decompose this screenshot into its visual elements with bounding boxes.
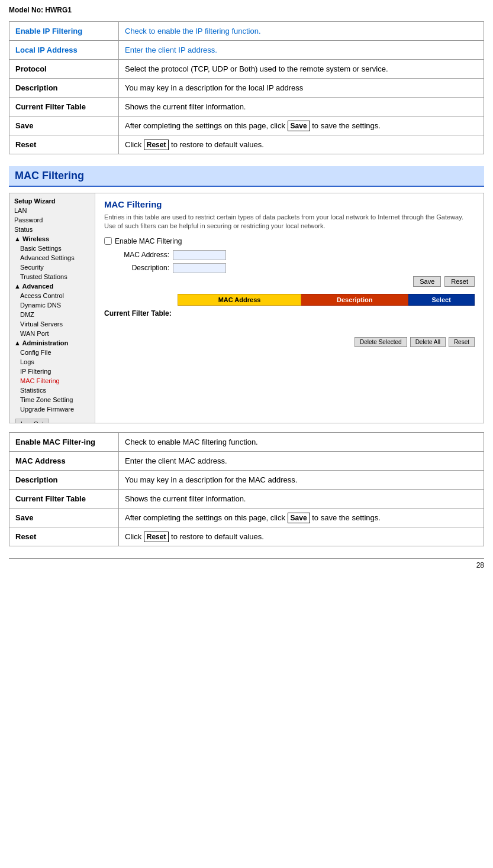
ip-table-label: Description (9, 79, 119, 98)
mac-table-content: After completing the settings on this pa… (119, 509, 484, 527)
filter-table-area: Current Filter Table: MAC Address Descri… (104, 294, 475, 348)
mac-table-content: Shows the current filter information. (119, 490, 484, 509)
sidebar-item[interactable]: WAN Port (9, 329, 95, 338)
sidebar-item[interactable]: ▲ Advanced (9, 281, 95, 291)
sidebar-item[interactable]: Security (9, 263, 95, 272)
sidebar-item[interactable]: MAC Filtering (9, 376, 95, 386)
sidebar-item[interactable]: Setup Wizard (9, 196, 95, 206)
ip-table-content: Select the protocol (TCP, UDP or Both) u… (119, 60, 484, 79)
sidebar-item[interactable]: Advanced Settings (9, 253, 95, 263)
ip-table-content: Check to enable the IP filtering functio… (119, 22, 484, 41)
ip-table-label: Protocol (9, 60, 119, 79)
mac-table-label: Reset (9, 527, 119, 546)
mac-info-table: Enable MAC Filter-ingCheck to enable MAC… (9, 432, 484, 546)
mac-table-content: You may key in a description for the MAC… (119, 471, 484, 490)
save-button[interactable]: Save (413, 276, 441, 287)
description-input[interactable] (173, 263, 226, 273)
model-number: Model No: HWRG1 (9, 6, 484, 14)
main-panel: MAC Filtering Entries in this table are … (95, 193, 484, 423)
mac-table-label: Description (9, 471, 119, 490)
mac-col-header: MAC Address (178, 294, 301, 305)
mac-table-label: Enable MAC Filter-ing (9, 433, 119, 452)
ip-table-label: Save (9, 116, 119, 135)
enable-mac-filtering-checkbox[interactable] (104, 237, 112, 245)
sidebar: Setup WizardLANPasswordStatus▲ WirelessB… (9, 193, 95, 423)
ip-table-content: Click Reset to restore to default values… (119, 135, 484, 154)
sidebar-item[interactable]: Upgrade Firmware (9, 404, 95, 414)
reset-table-button[interactable]: Reset (449, 337, 475, 347)
mac-filtering-section-header: MAC Filtering (9, 166, 484, 187)
ip-table-label: Reset (9, 135, 119, 154)
panel-title: MAC Filtering (104, 199, 475, 209)
sidebar-item[interactable]: Access Control (9, 291, 95, 300)
desc-col-header: Description (301, 294, 408, 305)
sidebar-item[interactable]: DMZ (9, 310, 95, 319)
sel-col-header: Select (408, 294, 475, 305)
filter-table-label: Current Filter Table: (104, 309, 172, 318)
mac-table-label: Current Filter Table (9, 490, 119, 509)
mac-filtering-screenshot: Setup WizardLANPasswordStatus▲ WirelessB… (9, 193, 484, 423)
ip-table-content: Enter the client IP address. (119, 41, 484, 60)
description-label: Description: (104, 264, 169, 272)
sidebar-item[interactable]: LAN (9, 206, 95, 215)
ip-table-label: Local IP Address (9, 41, 119, 60)
filter-table: MAC Address Description Select (178, 294, 475, 335)
sidebar-item[interactable]: Statistics (9, 386, 95, 395)
description-row: Description: (104, 263, 475, 273)
delete-all-button[interactable]: Delete All (410, 337, 446, 347)
sidebar-item[interactable]: Config File (9, 348, 95, 357)
logoff-button[interactable]: Log Out (15, 419, 49, 423)
sidebar-item[interactable]: Basic Settings (9, 244, 95, 253)
sidebar-item[interactable]: Dynamic DNS (9, 300, 95, 310)
ip-table-content: You may key in a description for the loc… (119, 79, 484, 98)
mac-address-label: MAC Address: (104, 251, 169, 259)
mac-address-row: MAC Address: (104, 250, 475, 260)
delete-selected-button[interactable]: Delete Selected (355, 337, 407, 347)
sidebar-item[interactable]: Trusted Stations (9, 272, 95, 281)
enable-mac-filtering-label: Enable MAC Filtering (115, 237, 182, 245)
sidebar-item[interactable]: Time Zone Setting (9, 395, 95, 404)
enable-mac-filtering-row: Enable MAC Filtering (104, 237, 475, 245)
mac-table-label: MAC Address (9, 452, 119, 471)
sidebar-item[interactable]: Virtual Servers (9, 319, 95, 329)
mac-table-content: Check to enable MAC filtering function. (119, 433, 484, 452)
delete-row: Delete Selected Delete All Reset (104, 337, 475, 347)
sidebar-item[interactable]: ▲ Wireless (9, 234, 95, 244)
panel-description: Entries in this table are used to restri… (104, 213, 475, 231)
reset-button[interactable]: Reset (444, 276, 475, 287)
ip-table-label: Current Filter Table (9, 98, 119, 116)
mac-table-content: Enter the client MAC address. (119, 452, 484, 471)
ip-table-label: Enable IP Filtering (9, 22, 119, 41)
ip-table-content: After completing the settings on this pa… (119, 116, 484, 135)
sidebar-item[interactable]: Logs (9, 357, 95, 367)
sidebar-item[interactable]: Password (9, 215, 95, 225)
mac-address-input[interactable] (173, 250, 226, 260)
sidebar-item[interactable]: IP Filtering (9, 367, 95, 376)
save-reset-row: Save Reset (104, 276, 475, 287)
sidebar-item[interactable]: ▲ Administration (9, 338, 95, 348)
mac-table-label: Save (9, 509, 119, 527)
ip-filtering-table: Enable IP FilteringCheck to enable the I… (9, 21, 484, 154)
ip-table-content: Shows the current filter information. (119, 98, 484, 116)
sidebar-item[interactable]: Status (9, 225, 95, 234)
page-number: 28 (476, 561, 484, 569)
mac-table-content: Click Reset to restore to default values… (119, 527, 484, 546)
